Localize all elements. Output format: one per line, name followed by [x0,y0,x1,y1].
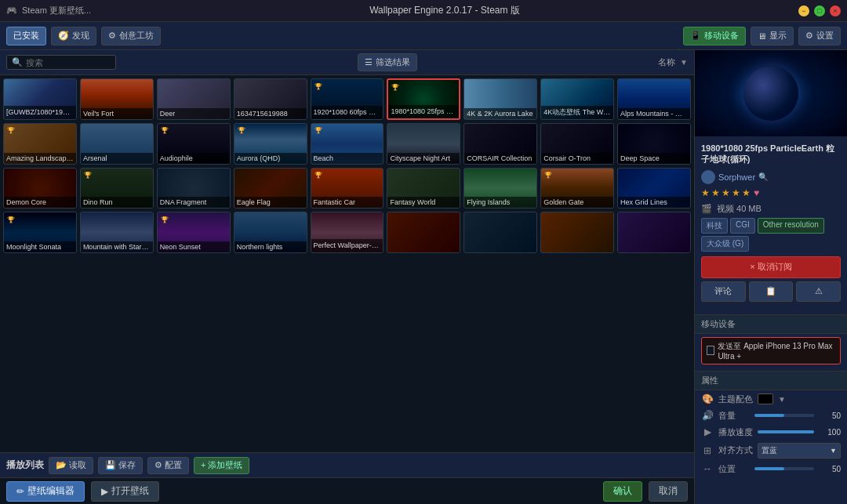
list-item[interactable]: Audiophile🏆 [157,123,231,165]
list-item[interactable]: DNA Fragment [157,168,231,209]
wallpaper-label: Neon Sunset [158,241,230,252]
author-search-icon[interactable]: 🔍 [758,172,768,181]
open-icon: ▶ [101,486,108,497]
settings-btn[interactable]: ⚙ 设置 [798,27,841,45]
workshop-btn[interactable]: ⚙ 创意工坊 [101,27,161,45]
speed-slider[interactable] [758,430,814,433]
app-name: Steam 更新壁纸... [22,5,91,16]
video-size-row: 🎬 视频 40 MB [701,203,841,215]
read-icon: 📂 [56,460,67,470]
edit-wallpaper-btn[interactable]: ✏ 壁纸编辑器 [6,481,85,502]
send-checkbox[interactable] [707,346,714,355]
volume-label: 音量 [718,410,750,422]
app-icon: 🎮 [6,5,17,16]
confirm-btn[interactable]: 确认 [603,481,642,502]
tag-cgi[interactable]: CGI [730,218,755,234]
filter-btn[interactable]: ☰ 筛选结果 [358,53,417,71]
list-item[interactable]: Aurora (QHD)🏆 [234,123,307,165]
tag-tech[interactable]: 科技 [701,218,728,234]
align-dropdown[interactable]: 置蓝 ▼ [758,443,841,459]
mobile-send-row: 发送至 Apple iPhone 13 Pro Max Ultra + [707,341,835,361]
list-item[interactable]: Corsair O-Tron [540,123,614,165]
list-item[interactable] [540,212,614,253]
align-label: 对齐方式 [718,444,753,456]
position-slider[interactable] [754,467,814,470]
list-item[interactable]: Northern lights [234,212,307,253]
list-item[interactable]: Eagle Flag [234,168,307,209]
avatar [701,170,715,184]
discover-btn[interactable]: 🧭 发现 [51,27,96,45]
list-item[interactable]: Fantastic Car🏆 [311,168,384,209]
wallpaper-label: 1634715619988 [234,108,307,119]
search-input-wrap[interactable]: 🔍 [6,55,116,70]
list-item[interactable]: Flying Islands [463,168,537,209]
open-wallpaper-btn[interactable]: ▶ 打开壁纸 [91,481,159,502]
list-item[interactable]: Cityscape Night Art [387,123,460,165]
title-bar-center: Wallpaper Engine 2.0.17 - Steam 版 [91,4,798,17]
list-item[interactable] [617,212,691,253]
title-bar-controls[interactable]: − □ × [798,5,841,16]
workshop-icon: ⚙ [108,31,116,41]
add-btn[interactable]: + 添加壁纸 [194,457,249,474]
volume-row: 🔊 音量 50 [701,410,841,422]
wallpaper-label: Moonlight Sonata [4,241,76,252]
toolbar-right: 📱 移动设备 🖥 显示 ⚙ 设置 [683,27,841,45]
speed-label: 播放速度 [718,426,753,438]
wallpaper-label: Perfect Wallpaper-常亮壁纸 [落樱粒子+多风格动态音效...] [311,239,384,252]
list-item[interactable]: Fantasy World [387,168,460,209]
tag-rating[interactable]: 大众级 (G) [701,236,749,252]
read-btn[interactable]: 📂 读取 [49,457,93,474]
comment-btn[interactable]: 评论 [701,281,746,302]
list-item[interactable]: Deep Space [617,123,691,165]
list-item[interactable]: Hex Grid Lines [617,168,691,209]
list-item[interactable]: Dino Run🏆 [80,168,154,209]
save-btn[interactable]: 💾 保存 [98,457,143,474]
list-item[interactable]: Golden Gate🏆 [540,168,614,209]
list-item[interactable]: Neon Sunset🏆 [157,212,231,253]
config-btn[interactable]: ⚙ 配置 [147,457,189,474]
list-item[interactable]: Demon Core [3,168,77,209]
property-section-header: 属性 [695,371,847,390]
mobile-btn[interactable]: 📱 移动设备 [683,27,746,45]
star-3: ★ [722,187,730,198]
display-btn[interactable]: 🖥 显示 [751,27,794,45]
copy-icon: 📋 [765,286,776,296]
list-item[interactable]: Arsenal [80,123,154,165]
trophy-badge: 🏆 [313,125,324,136]
copy-btn[interactable]: 📋 [749,281,794,302]
list-item[interactable]: Amazing Landscape (Low CPU + Music)🏆 [3,123,77,165]
minimize-btn[interactable]: − [798,5,809,16]
playlist-label: 播放列表 [6,459,44,472]
color-swatch[interactable] [758,393,773,404]
list-item[interactable]: 1920*1080 60fps 动态壁纸🏆 [311,78,384,120]
list-item[interactable]: [GUWBZ/1080*1920] 仿... [3,78,77,120]
volume-icon: 🔊 [701,410,714,421]
list-item[interactable] [387,212,460,253]
tag-other-resolution[interactable]: Other resolution [758,218,824,234]
detail-section: 1980*1080 25fps ParticleEarth 粒子地球(循环) S… [695,136,847,314]
list-item[interactable]: Beach🏆 [311,123,384,165]
list-item[interactable]: Veil's Fort [80,78,154,120]
close-btn[interactable]: × [830,5,841,16]
install-btn[interactable]: 已安装 [6,27,46,45]
list-item[interactable]: Perfect Wallpaper-常亮壁纸 [落樱粒子+多风格动态音效...] [311,212,384,253]
list-item[interactable]: Alps Mountains - Windy & Snowing [617,78,691,120]
list-item[interactable] [463,212,537,253]
list-item[interactable]: Mountain with Stars [1080p 60FPS] [80,212,154,253]
search-input[interactable] [26,58,104,67]
list-item[interactable]: Moonlight Sonata🏆 [3,212,77,253]
unsubscribe-btn[interactable]: × 取消订阅 [701,256,841,278]
list-item[interactable]: 1634715619988 [234,78,307,120]
list-item[interactable]: CORSAIR Collection [463,123,537,165]
list-item[interactable]: 4K动态壁纸 The Wandering Earth [540,78,614,120]
favorite-icon[interactable]: ♥ [754,187,759,198]
list-item[interactable]: 4K & 2K Aurora Lake [463,78,537,120]
maximize-btn[interactable]: □ [814,5,825,16]
position-icon: ↔ [701,463,714,474]
wallpaper-label: Arsenal [81,153,153,164]
cancel-btn[interactable]: 取消 [649,481,688,502]
list-item[interactable]: Deer [157,78,231,120]
volume-slider[interactable] [754,414,814,417]
list-item[interactable]: 1980*1080 25fps ParticleEarth 粒子地球(循环)🏆 [387,78,460,120]
warning-btn[interactable]: ⚠ [796,281,841,302]
